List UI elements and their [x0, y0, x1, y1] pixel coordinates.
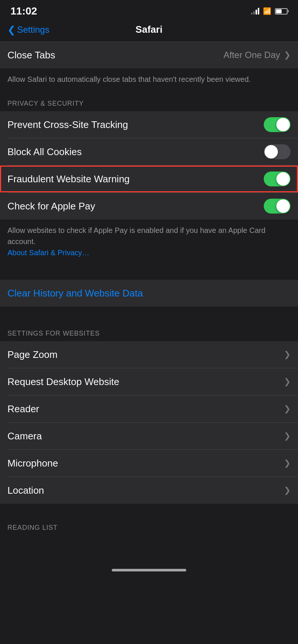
gap-3 [0, 504, 298, 519]
prevent-cross-site-tracking-row[interactable]: Prevent Cross-Site Tracking [0, 111, 298, 138]
microphone-row[interactable]: Microphone ❯ [0, 450, 298, 477]
settings-for-websites-header: SETTINGS FOR WEBSITES [0, 321, 298, 341]
status-time: 11:02 [10, 5, 37, 17]
home-indicator-area [0, 564, 298, 579]
request-desktop-website-chevron: ❯ [284, 377, 291, 387]
close-tabs-chevron: ❯ [284, 50, 291, 60]
location-label: Location [7, 485, 284, 496]
location-row[interactable]: Location ❯ [0, 477, 298, 504]
fraudulent-website-warning-row[interactable]: Fraudulent Website Warning [0, 166, 298, 192]
reading-list-header: READING LIST [0, 519, 298, 534]
battery-icon [275, 8, 288, 15]
close-tabs-description: Allow Safari to automatically close tabs… [0, 68, 298, 92]
status-icons: 📶 [251, 7, 288, 15]
microphone-chevron: ❯ [284, 458, 291, 468]
privacy-security-group: Prevent Cross-Site Tracking Block All Co… [0, 111, 298, 220]
reader-row[interactable]: Reader ❯ [0, 395, 298, 422]
camera-row[interactable]: Camera ❯ [0, 423, 298, 449]
request-desktop-website-label: Request Desktop Website [7, 376, 284, 388]
close-tabs-section: Close Tabs After One Day ❯ [0, 42, 298, 68]
request-desktop-website-row[interactable]: Request Desktop Website ❯ [0, 368, 298, 395]
toggle-knob [264, 145, 278, 158]
home-indicator [112, 569, 186, 571]
prevent-cross-site-tracking-toggle[interactable] [264, 117, 291, 132]
close-tabs-row[interactable]: Close Tabs After One Day ❯ [0, 42, 298, 68]
signal-icon [251, 8, 259, 15]
reader-label: Reader [7, 403, 284, 415]
block-all-cookies-row[interactable]: Block All Cookies [0, 138, 298, 165]
wifi-icon: 📶 [263, 7, 271, 15]
check-apple-pay-label: Check for Apple Pay [7, 201, 264, 212]
block-all-cookies-toggle[interactable] [264, 144, 291, 159]
privacy-security-header: PRIVACY & SECURITY [0, 92, 298, 111]
check-apple-pay-row[interactable]: Check for Apple Pay [0, 193, 298, 220]
status-bar: 11:02 📶 [0, 0, 298, 20]
fraudulent-website-warning-label: Fraudulent Website Warning [7, 173, 264, 185]
clear-history-section: Clear History and Website Data [0, 280, 298, 307]
location-chevron: ❯ [284, 486, 291, 495]
gap-1 [0, 265, 298, 280]
page-zoom-chevron: ❯ [284, 350, 291, 359]
about-safari-link[interactable]: About Safari & Privacy… [7, 249, 89, 257]
bottom-spacer [0, 534, 298, 564]
clear-history-row[interactable]: Clear History and Website Data [0, 280, 298, 307]
block-all-cookies-label: Block All Cookies [7, 146, 264, 158]
prevent-cross-site-tracking-label: Prevent Cross-Site Tracking [7, 119, 264, 131]
gap-2 [0, 307, 298, 321]
toggle-knob [276, 199, 290, 213]
page-zoom-row[interactable]: Page Zoom ❯ [0, 341, 298, 368]
toggle-knob [276, 118, 290, 131]
close-tabs-value: After One Day [224, 50, 280, 60]
camera-chevron: ❯ [284, 431, 291, 441]
settings-for-websites-group: Page Zoom ❯ Request Desktop Website ❯ Re… [0, 341, 298, 504]
fraudulent-website-warning-toggle[interactable] [264, 172, 291, 186]
reader-chevron: ❯ [284, 404, 291, 414]
camera-label: Camera [7, 430, 284, 442]
clear-history-label: Clear History and Website Data [7, 288, 143, 299]
microphone-label: Microphone [7, 458, 284, 469]
back-chevron-icon: ❮ [7, 25, 16, 35]
check-apple-pay-toggle[interactable] [264, 199, 291, 214]
page-title: Safari [136, 24, 162, 35]
page-zoom-label: Page Zoom [7, 349, 284, 361]
apple-pay-description: Allow websites to check if Apple Pay is … [0, 220, 298, 265]
toggle-knob [276, 172, 290, 186]
back-button[interactable]: ❮ Settings [7, 25, 50, 35]
close-tabs-label: Close Tabs [7, 49, 224, 61]
nav-bar: ❮ Settings Safari [0, 20, 298, 41]
